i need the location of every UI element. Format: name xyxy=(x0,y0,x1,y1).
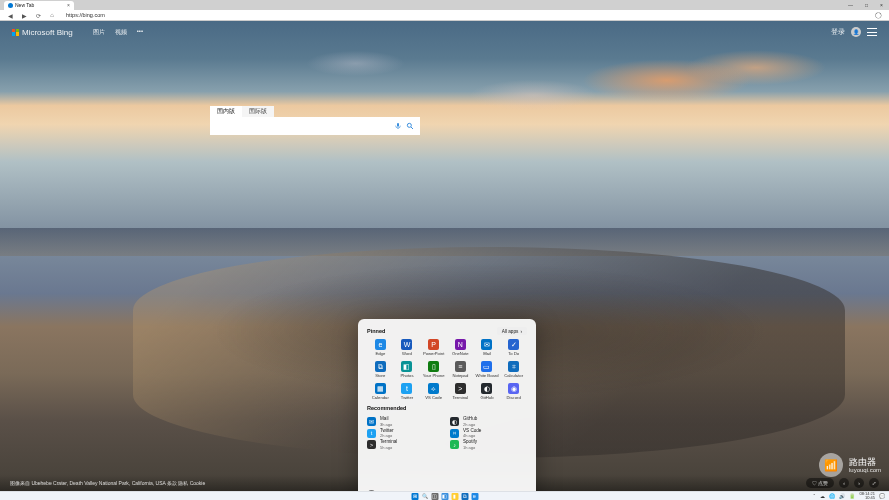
search-scope-tabs: 国内版 国际版 xyxy=(210,106,420,117)
maximize-button[interactable]: □ xyxy=(865,2,868,8)
pinned-grid: eEdgeWWordPPowerPointNOneNote✉Mail✓To Do… xyxy=(367,338,527,401)
minimize-button[interactable]: — xyxy=(848,2,853,8)
pinned-app-vs-code[interactable]: ⟡VS Code xyxy=(420,382,447,401)
back-button[interactable]: ◀ xyxy=(6,11,14,19)
pinned-app-twitter[interactable]: tTwitter xyxy=(394,382,421,401)
pinned-app-mail[interactable]: ✉Mail xyxy=(474,338,501,357)
like-chip[interactable]: ♡ 点赞 xyxy=(806,478,834,488)
forward-button[interactable]: ▶ xyxy=(20,11,28,19)
tab-international[interactable]: 国际版 xyxy=(242,106,274,117)
rec-sub: 5h ago xyxy=(380,446,397,450)
pinned-app-to-do[interactable]: ✓To Do xyxy=(500,338,527,357)
chevron-right-icon: › xyxy=(520,329,522,334)
taskbar-store-icon[interactable]: ⧉ xyxy=(461,493,468,500)
rec-sub: 1h ago xyxy=(463,446,477,450)
edge-icon: e xyxy=(375,339,386,350)
app-label: Store xyxy=(375,373,385,378)
calculator-icon: ⌗ xyxy=(508,361,519,372)
nav-more[interactable]: ••• xyxy=(137,28,143,37)
watermark-title: 路由器 xyxy=(849,458,881,467)
store-icon: ⧉ xyxy=(375,361,386,372)
app-label: Mail xyxy=(483,351,491,356)
app-label: Photos xyxy=(400,373,413,378)
network-icon[interactable]: 🌐 xyxy=(829,493,835,499)
home-button[interactable]: ⌂ xyxy=(48,11,56,19)
tab-domestic[interactable]: 国内版 xyxy=(210,106,242,117)
pinned-app-photos[interactable]: ◧Photos xyxy=(394,360,421,379)
mic-icon[interactable] xyxy=(394,122,402,130)
pinned-app-calculator[interactable]: ⌗Calculator xyxy=(500,360,527,379)
rec-sub: 2h ago xyxy=(463,423,477,427)
spotify-icon: ♪ xyxy=(450,440,459,449)
recommended-spotify[interactable]: ♪Spotify1h ago xyxy=(450,440,527,450)
recommended-mail[interactable]: ✉Mail3h ago xyxy=(367,417,444,427)
pinned-app-powerpoint[interactable]: PPowerPoint xyxy=(420,338,447,357)
signin-link[interactable]: 登录 xyxy=(831,28,845,37)
onedrive-icon[interactable]: ☁ xyxy=(820,493,825,499)
nav-videos[interactable]: 视频 xyxy=(115,28,127,37)
volume-icon[interactable]: 🔊 xyxy=(839,493,845,499)
recommended-twitter[interactable]: tTwitter2h ago xyxy=(367,429,444,439)
app-label: GitHub xyxy=(480,395,493,400)
your-phone-icon: ▯ xyxy=(428,361,439,372)
address-bar: ◀ ▶ ⟳ ⌂ https://bing.com ◯ xyxy=(0,10,889,21)
close-button[interactable]: × xyxy=(880,2,883,8)
pinned-label: Pinned xyxy=(367,328,385,334)
nav-images[interactable]: 图片 xyxy=(93,28,105,37)
taskbar-clock[interactable]: 08:14:21 10:45 xyxy=(859,492,875,500)
pinned-app-onenote[interactable]: NOneNote xyxy=(447,338,474,357)
all-apps-button[interactable]: All apps › xyxy=(497,327,527,335)
pinned-app-your-phone[interactable]: ▯Your Phone xyxy=(420,360,447,379)
prev-image-button[interactable]: ‹ xyxy=(839,478,849,488)
taskbar-search-icon[interactable]: 🔍 xyxy=(421,493,428,500)
profile-icon[interactable]: ◯ xyxy=(875,11,883,19)
bing-logo[interactable]: Microsoft Bing xyxy=(12,28,73,37)
pinned-app-white-board[interactable]: ▭White Board xyxy=(474,360,501,379)
notifications-icon[interactable]: 💬 xyxy=(879,493,885,499)
app-label: Calendar xyxy=(372,395,389,400)
search-box xyxy=(210,117,420,135)
rec-name: GitHub xyxy=(463,417,477,422)
taskbar-widgets-icon[interactable]: ◧ xyxy=(441,493,448,500)
search-icon[interactable] xyxy=(406,122,414,130)
pinned-app-word[interactable]: WWord xyxy=(394,338,421,357)
pinned-app-store[interactable]: ⧉Store xyxy=(367,360,394,379)
pinned-app-calendar[interactable]: ▦Calendar xyxy=(367,382,394,401)
taskbar-start-icon[interactable]: ⊞ xyxy=(411,493,418,500)
menu-icon[interactable] xyxy=(867,28,877,36)
pinned-app-edge[interactable]: eEdge xyxy=(367,338,394,357)
search-input[interactable] xyxy=(216,123,390,129)
reload-button[interactable]: ⟳ xyxy=(34,11,42,19)
next-image-button[interactable]: › xyxy=(854,478,864,488)
expand-image-button[interactable]: ⤢ xyxy=(869,478,879,488)
image-attribution: 图像来自 Ubehebe Crater, Death Valley Nation… xyxy=(10,480,205,486)
tab-title: New Tab xyxy=(15,2,34,8)
close-icon[interactable]: × xyxy=(67,2,70,8)
app-label: Word xyxy=(402,351,412,356)
recommended-vs-code[interactable]: ⌗VS Code4h ago xyxy=(450,429,527,439)
bing-nav: 图片 视频 ••• xyxy=(93,28,143,37)
search-area: 国内版 国际版 xyxy=(210,106,420,135)
mail-icon: ✉ xyxy=(481,339,492,350)
taskbar-taskview-icon[interactable]: ◫ xyxy=(431,493,438,500)
taskbar-explorer-icon[interactable]: ▮ xyxy=(451,493,458,500)
taskbar-edge-icon[interactable]: e xyxy=(471,493,478,500)
recommended-terminal[interactable]: >Terminal5h ago xyxy=(367,440,444,450)
recommended-github[interactable]: ◐GitHub2h ago xyxy=(450,417,527,427)
chevron-up-icon[interactable]: ˄ xyxy=(813,493,816,499)
browser-chrome: New Tab × — □ × ◀ ▶ ⟳ ⌂ https://bing.com… xyxy=(0,0,889,21)
pinned-app-notepad[interactable]: ≡Notepad xyxy=(447,360,474,379)
svg-rect-0 xyxy=(397,123,399,127)
battery-icon[interactable]: 🔋 xyxy=(849,493,855,499)
url-input[interactable]: https://bing.com xyxy=(62,12,869,18)
photos-icon: ◧ xyxy=(401,361,412,372)
user-avatar-icon[interactable]: 👤 xyxy=(851,27,861,37)
pinned-app-discord[interactable]: ◉Discord xyxy=(500,382,527,401)
rec-sub: 3h ago xyxy=(380,423,392,427)
pinned-app-github[interactable]: ◐GitHub xyxy=(474,382,501,401)
rec-sub: 4h ago xyxy=(463,434,481,438)
app-label: White Board xyxy=(475,373,498,378)
rec-sub: 2h ago xyxy=(380,434,394,438)
pinned-app-terminal[interactable]: >Terminal xyxy=(447,382,474,401)
browser-tab[interactable]: New Tab × xyxy=(4,1,74,10)
